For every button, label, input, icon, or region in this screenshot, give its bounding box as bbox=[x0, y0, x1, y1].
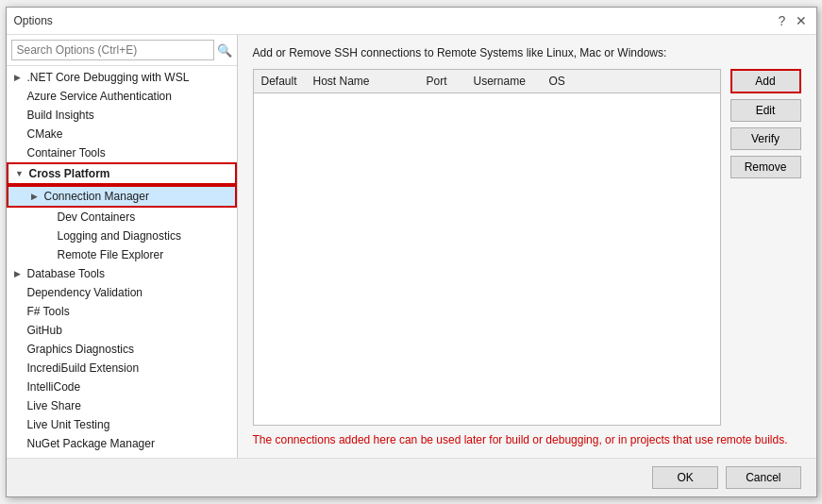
tree-item-incredibuild[interactable]: IncrediБuild Extension bbox=[7, 359, 237, 378]
col-header-default: Default bbox=[254, 73, 306, 90]
col-header-port: Port bbox=[419, 73, 466, 90]
tree-item-cmake[interactable]: CMake bbox=[7, 125, 237, 143]
tree-label-net-core: .NET Core Debugging with WSL bbox=[25, 71, 190, 84]
expander-cmake bbox=[10, 126, 25, 142]
action-buttons: Add Edit Verify Remove bbox=[730, 69, 801, 426]
bottom-note: The connections added here can be used l… bbox=[253, 433, 801, 446]
cancel-button[interactable]: Cancel bbox=[726, 466, 800, 489]
expander-logging bbox=[41, 228, 56, 244]
dialog-footer: OK Cancel bbox=[7, 458, 816, 496]
search-icon: 🔍 bbox=[217, 43, 232, 58]
expander-graphics bbox=[10, 342, 25, 357]
col-header-os: OS bbox=[542, 73, 617, 90]
expander-live-share bbox=[10, 398, 25, 413]
tree-label-graphics: Graphics Diagnostics bbox=[25, 343, 134, 356]
expander-fsharp bbox=[10, 304, 25, 319]
table-body bbox=[254, 93, 720, 425]
expander-incredibuild bbox=[10, 361, 25, 376]
dialog-title: Options bbox=[14, 14, 53, 27]
table-header: Default Host Name Port Username OS bbox=[254, 70, 720, 93]
expander-intellicode bbox=[10, 379, 25, 395]
expander-remote-file bbox=[41, 247, 56, 262]
expander-container-tools bbox=[10, 145, 25, 160]
expander-dev-containers bbox=[41, 210, 56, 225]
tree-item-intellicode[interactable]: IntelliCode bbox=[7, 378, 237, 396]
expander-connection-manager bbox=[27, 189, 42, 204]
tree-item-graphics-diagnostics[interactable]: Graphics Diagnostics bbox=[7, 340, 237, 359]
tree-item-connection-manager[interactable]: Connection Manager bbox=[7, 185, 237, 208]
tree-item-dependency-validation[interactable]: Dependency Validation bbox=[7, 283, 237, 302]
tree-label-live-unit-testing: Live Unit Testing bbox=[25, 418, 110, 431]
title-bar: Options ? ✕ bbox=[7, 8, 816, 35]
tree-label-cross-platform: Cross Platform bbox=[27, 167, 110, 180]
col-header-username: Username bbox=[466, 73, 542, 90]
tree-item-github[interactable]: GitHub bbox=[7, 321, 237, 340]
tree-label-connection-manager: Connection Manager bbox=[42, 190, 149, 203]
left-panel: 🔍 .NET Core Debugging with WSL Azure Ser… bbox=[7, 35, 238, 458]
panel-description: Add or Remove SSH connections to Remote … bbox=[253, 46, 801, 59]
search-input[interactable] bbox=[11, 40, 214, 60]
tree-label-intellicode: IntelliCode bbox=[25, 380, 81, 394]
tree-label-azure: Azure Service Authentication bbox=[25, 90, 172, 103]
edit-button[interactable]: Edit bbox=[730, 99, 801, 122]
ok-button[interactable]: OK bbox=[652, 466, 718, 489]
expander-nuget bbox=[10, 436, 25, 451]
col-header-hostname: Host Name bbox=[306, 73, 419, 90]
tree-item-remote-file-explorer[interactable]: Remote File Explorer bbox=[7, 245, 237, 264]
connections-table: Default Host Name Port Username OS bbox=[253, 69, 721, 426]
tree-label-build-insights: Build Insights bbox=[25, 109, 94, 122]
expander-azure bbox=[10, 89, 25, 104]
expander-live-unit-testing bbox=[10, 417, 25, 432]
right-panel: Add or Remove SSH connections to Remote … bbox=[238, 35, 816, 458]
tree-container: .NET Core Debugging with WSL Azure Servi… bbox=[7, 66, 237, 458]
title-bar-controls: ? ✕ bbox=[775, 13, 809, 28]
tree-item-dev-containers[interactable]: Dev Containers bbox=[7, 208, 237, 227]
remove-button[interactable]: Remove bbox=[730, 156, 801, 178]
tree-item-cross-platform[interactable]: Cross Platform bbox=[7, 162, 237, 185]
add-button[interactable]: Add bbox=[730, 69, 801, 93]
help-button[interactable]: ? bbox=[775, 13, 790, 28]
content-area: Default Host Name Port Username OS Add E… bbox=[253, 69, 801, 426]
tree-label-database-tools: Database Tools bbox=[25, 267, 106, 280]
verify-button[interactable]: Verify bbox=[730, 127, 801, 150]
tree-item-azure-service-auth[interactable]: Azure Service Authentication bbox=[7, 87, 237, 106]
tree-item-container-tools[interactable]: Container Tools bbox=[7, 143, 237, 162]
tree-label-logging: Logging and Diagnostics bbox=[56, 229, 181, 243]
tree-item-net-core[interactable]: .NET Core Debugging with WSL bbox=[7, 68, 237, 87]
tree-item-fsharp[interactable]: F# Tools bbox=[7, 302, 237, 321]
expander-dependency bbox=[10, 285, 25, 300]
tree-item-logging-diagnostics[interactable]: Logging and Diagnostics bbox=[7, 227, 237, 245]
tree-item-database-tools[interactable]: Database Tools bbox=[7, 264, 237, 283]
dialog-body: 🔍 .NET Core Debugging with WSL Azure Ser… bbox=[7, 35, 816, 458]
tree-label-dev-containers: Dev Containers bbox=[56, 210, 136, 224]
tree-item-live-unit-testing[interactable]: Live Unit Testing bbox=[7, 415, 237, 434]
expander-net-core bbox=[10, 70, 25, 85]
expander-github bbox=[10, 323, 25, 338]
tree-item-build-insights[interactable]: Build Insights bbox=[7, 106, 237, 125]
tree-label-fsharp: F# Tools bbox=[25, 305, 70, 318]
tree-label-incredibuild: IncrediБuild Extension bbox=[25, 361, 140, 375]
tree-label-container-tools: Container Tools bbox=[25, 146, 106, 160]
expander-build-insights bbox=[10, 108, 25, 123]
tree-label-cmake: CMake bbox=[25, 127, 63, 141]
tree-item-live-share[interactable]: Live Share bbox=[7, 396, 237, 415]
tree-label-remote-file: Remote File Explorer bbox=[56, 248, 164, 261]
close-button[interactable]: ✕ bbox=[794, 13, 809, 28]
tree-item-nuget[interactable]: NuGet Package Manager bbox=[7, 434, 237, 453]
tree-label-live-share: Live Share bbox=[25, 399, 81, 412]
expander-database-tools bbox=[10, 266, 25, 281]
search-box: 🔍 bbox=[7, 35, 237, 66]
tree-label-github: GitHub bbox=[25, 324, 62, 337]
options-dialog: Options ? ✕ 🔍 .NET Core Debugging with W… bbox=[6, 7, 817, 497]
expander-cross-platform bbox=[12, 166, 27, 181]
tree-label-nuget: NuGet Package Manager bbox=[25, 437, 155, 450]
tree-label-dependency: Dependency Validation bbox=[25, 286, 143, 299]
